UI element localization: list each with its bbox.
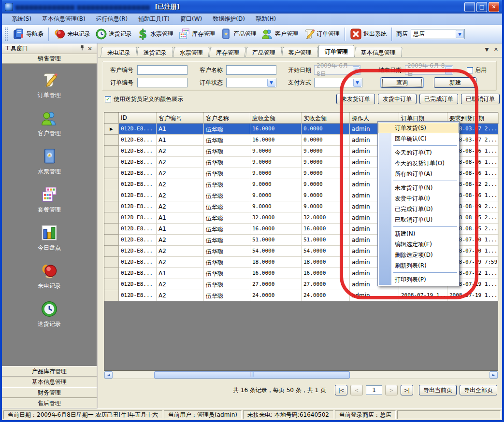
table-cell[interactable]: 012D-E8... xyxy=(119,201,157,212)
toolbar-button-送货记录[interactable]: 送货记录 xyxy=(93,27,134,42)
toolbar-grip[interactable] xyxy=(5,28,8,41)
sidebar-item-送货记录[interactable]: 送货记录 xyxy=(38,300,61,328)
table-cell[interactable]: 012D-E8... xyxy=(119,124,157,135)
table-cell[interactable]: 16.0000 xyxy=(250,224,302,235)
order-no-input[interactable] xyxy=(137,78,187,87)
table-cell[interactable]: 伍华聪 xyxy=(204,224,250,235)
table-cell[interactable]: A2 xyxy=(157,257,204,268)
sidebar-item-订单管理[interactable]: 订单管理 xyxy=(38,71,61,99)
table-cell[interactable]: 012D-E8... xyxy=(119,146,157,157)
context-menu-item-已取消订单(U)[interactable]: 已取消订单(U) xyxy=(378,214,459,225)
scrollbar-track[interactable] xyxy=(113,371,490,379)
status-filter-button-已完成订单[interactable]: 已完成订单 xyxy=(419,94,458,104)
page-number-input[interactable] xyxy=(366,385,382,395)
table-cell[interactable]: A1 xyxy=(157,268,204,279)
table-cell[interactable]: 0.0000 xyxy=(302,135,350,146)
shop-select[interactable]: 总店 ▼ xyxy=(411,29,465,39)
tab-dropdown-icon[interactable]: ▼ xyxy=(485,46,489,53)
table-cell[interactable]: 012D-E8... xyxy=(119,224,157,235)
tab-水票管理[interactable]: 水票管理 xyxy=(173,47,210,57)
context-menu-item-编辑选定项(E)[interactable]: 编辑选定项(E) xyxy=(378,239,459,250)
table-cell[interactable]: 012D-E8... xyxy=(119,279,157,290)
table-cell[interactable]: A2 xyxy=(157,279,204,290)
table-cell[interactable]: 伍华聪 xyxy=(204,212,250,224)
toolbar-button-来电记录[interactable]: 来电记录 xyxy=(51,27,93,42)
table-cell[interactable]: 012D-E8... xyxy=(119,246,157,257)
context-menu-item-刷新列表(R)[interactable]: 刷新列表(R) xyxy=(378,260,459,271)
enable-checkbox-group[interactable]: 启用 xyxy=(467,65,487,75)
table-cell[interactable]: 0.0000 xyxy=(302,124,350,135)
table-cell[interactable]: 伍华聪 xyxy=(204,190,250,201)
table-cell[interactable]: 012D-E8... xyxy=(119,179,157,190)
table-cell[interactable]: 9.0000 xyxy=(250,168,302,179)
next-page-button[interactable]: > xyxy=(385,385,398,395)
table-cell[interactable]: 32.0000 xyxy=(302,212,350,224)
sidebar-item-水票管理[interactable]: ★水票管理 xyxy=(38,148,61,176)
tab-来电记录[interactable]: 来电记录 xyxy=(101,47,137,57)
table-cell[interactable]: 51.0000 xyxy=(302,235,350,246)
close-button[interactable]: ✕ xyxy=(489,2,499,12)
sidebar-section-售后管理[interactable]: 售后管理 xyxy=(2,398,97,408)
table-cell[interactable]: 伍华聪 xyxy=(204,235,250,246)
table-cell[interactable]: 伍华聪 xyxy=(204,279,250,290)
menubar-item[interactable]: 帮助(H) xyxy=(251,14,281,25)
pin-icon[interactable] xyxy=(78,45,86,52)
context-menu-item-回单确认(C)[interactable]: 回单确认(C) xyxy=(378,133,459,144)
table-cell[interactable]: 27.0000 xyxy=(250,279,302,290)
table-cell[interactable]: 伍华聪 xyxy=(204,168,250,179)
toolbar-button-库存管理[interactable]: 库存管理 xyxy=(176,27,217,42)
table-cell[interactable]: 32.0000 xyxy=(250,212,302,224)
table-cell[interactable]: A2 xyxy=(157,168,204,179)
customer-no-input[interactable] xyxy=(137,65,187,75)
export-current-page-button[interactable]: 导出当前页 xyxy=(419,385,457,395)
context-menu-item-已完成订单(D)[interactable]: 已完成订单(D) xyxy=(378,204,459,214)
table-cell[interactable]: 9.0000 xyxy=(302,157,350,168)
new-button[interactable]: 新建 xyxy=(434,77,476,88)
color-checkbox[interactable]: ✓ xyxy=(105,96,111,102)
export-all-pages-button[interactable]: 导出全部页 xyxy=(460,385,497,395)
table-cell[interactable]: 9.0000 xyxy=(250,157,302,168)
table-cell[interactable]: 54.0000 xyxy=(302,246,350,257)
prev-page-button[interactable]: < xyxy=(350,385,363,395)
toolbar-button-产品管理[interactable]: ★产品管理 xyxy=(217,27,259,42)
table-cell[interactable]: A2 xyxy=(157,201,204,212)
sidebar-section-财务管理[interactable]: 财务管理 xyxy=(2,387,97,398)
table-cell[interactable]: A2 xyxy=(157,179,204,190)
table-cell[interactable]: 27.0000 xyxy=(302,279,350,290)
menubar-item[interactable]: 数据维护(D) xyxy=(208,14,250,25)
table-cell[interactable]: 012D-E8... xyxy=(119,257,157,268)
table-cell[interactable]: 012D-E8... xyxy=(119,135,157,146)
table-cell[interactable]: 9.0000 xyxy=(250,146,302,157)
tab-订单管理[interactable]: 订单管理 xyxy=(318,45,354,57)
status-filter-button-发货中订单[interactable]: 发货中订单 xyxy=(378,94,417,104)
pay-method-select[interactable]: ▼ xyxy=(314,78,362,87)
table-cell[interactable]: 18.0000 xyxy=(302,257,350,268)
table-cell[interactable]: 16.0000 xyxy=(302,224,350,235)
context-menu-item-发货中订单(I)[interactable]: 发货中订单(I) xyxy=(378,193,459,204)
tab-close-icon[interactable]: ✕ xyxy=(494,46,498,53)
end-date-picker[interactable]: 2009年 6月 8日▼ xyxy=(405,65,453,75)
table-cell[interactable]: 伍华聪 xyxy=(204,257,250,268)
sidebar-section-header[interactable]: 销售管理 xyxy=(2,54,97,64)
table-cell[interactable]: 24.0000 xyxy=(250,290,302,301)
horizontal-scrollbar[interactable]: ◄ ► xyxy=(104,371,498,379)
table-cell[interactable]: 伍华聪 xyxy=(204,201,250,212)
sidebar-section-基本信息管理[interactable]: 基本信息管理 xyxy=(2,377,97,387)
sidebar-item-来电记录[interactable]: 来电记录 xyxy=(38,262,61,290)
context-menu-item-未发货订单(N)[interactable]: 未发货订单(N) xyxy=(378,183,459,193)
sidebar-item-套餐管理[interactable]: 套餐管理 xyxy=(38,186,61,214)
table-cell[interactable]: 9.0000 xyxy=(302,201,350,212)
table-cell[interactable]: A2 xyxy=(157,157,204,168)
table-cell[interactable]: 16.0000 xyxy=(302,268,350,279)
table-cell[interactable]: 51.0000 xyxy=(250,235,302,246)
chevron-down-icon[interactable]: ▼ xyxy=(456,30,464,38)
sidebar-close-icon[interactable]: ✕ xyxy=(86,45,94,52)
column-header-客户名称[interactable]: 客户名称 xyxy=(204,113,250,124)
column-header-客户编号[interactable]: 客户编号 xyxy=(157,113,204,124)
first-page-button[interactable]: |< xyxy=(335,385,347,395)
table-cell[interactable]: 伍华聪 xyxy=(204,290,250,301)
menubar-item[interactable]: 辅助工具(T) xyxy=(133,14,174,25)
column-header-应收金额[interactable]: 应收金额 xyxy=(250,113,302,124)
table-cell[interactable]: 54.0000 xyxy=(250,246,302,257)
query-button[interactable]: 查询 xyxy=(381,77,423,88)
